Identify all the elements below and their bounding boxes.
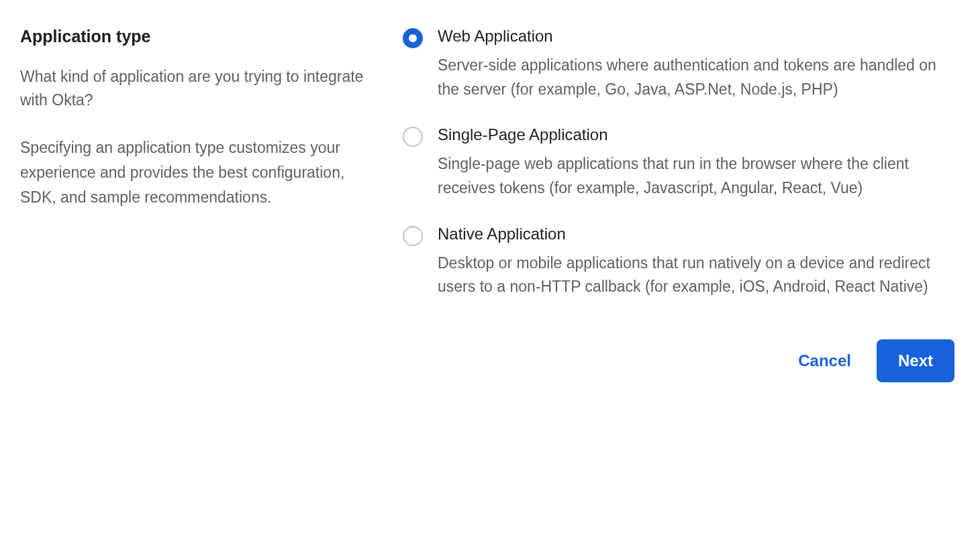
app-type-form: Application type What kind of applicatio… bbox=[20, 27, 960, 382]
option-web-application[interactable]: Web Application Server-side applications… bbox=[403, 27, 960, 101]
left-column: Application type What kind of applicatio… bbox=[20, 27, 376, 382]
option-label: Web Application bbox=[438, 27, 960, 46]
section-question: What kind of application are you trying … bbox=[20, 65, 376, 111]
option-label: Native Application bbox=[438, 225, 960, 243]
section-title: Application type bbox=[20, 27, 376, 46]
button-row: Cancel Next bbox=[403, 339, 960, 382]
radio-icon bbox=[403, 226, 423, 246]
section-explain: Specifying an application type customize… bbox=[20, 135, 376, 209]
option-single-page-application[interactable]: Single-Page Application Single-page web … bbox=[403, 125, 960, 200]
option-content: Single-Page Application Single-page web … bbox=[438, 125, 960, 200]
option-desc: Single-page web applications that run in… bbox=[438, 152, 960, 200]
option-native-application[interactable]: Native Application Desktop or mobile app… bbox=[403, 225, 960, 299]
right-column: Web Application Server-side applications… bbox=[403, 27, 960, 382]
cancel-button[interactable]: Cancel bbox=[793, 343, 856, 378]
option-desc: Desktop or mobile applications that run … bbox=[438, 252, 960, 299]
radio-icon bbox=[403, 127, 423, 147]
next-button[interactable]: Next bbox=[877, 339, 954, 382]
option-label: Single-Page Application bbox=[438, 125, 960, 144]
option-desc: Server-side applications where authentic… bbox=[438, 54, 960, 101]
option-content: Native Application Desktop or mobile app… bbox=[438, 225, 960, 299]
radio-icon bbox=[403, 28, 423, 48]
option-content: Web Application Server-side applications… bbox=[438, 27, 960, 101]
